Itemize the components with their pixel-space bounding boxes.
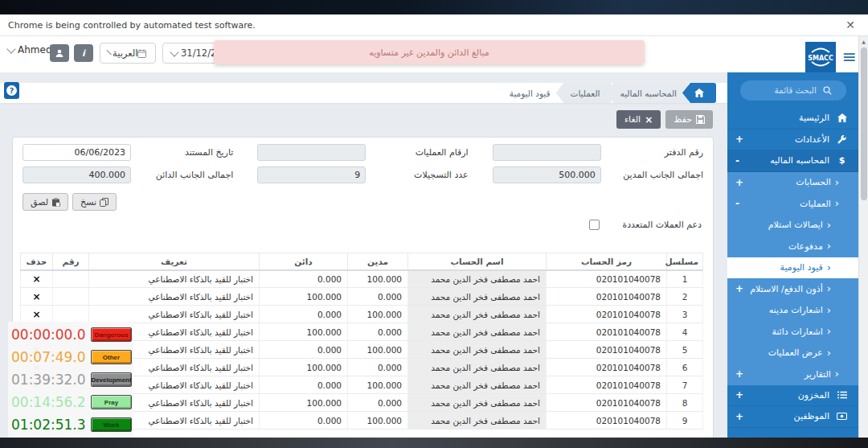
search-icon bbox=[823, 86, 832, 95]
cancel-button[interactable]: × الغاء bbox=[616, 110, 661, 129]
cell-description[interactable]: اختبار للقيد بالذكاء الاصطناعي bbox=[89, 288, 260, 306]
cell-debit[interactable]: 0.000 bbox=[348, 394, 408, 412]
delete-row-icon[interactable]: × bbox=[21, 270, 53, 288]
sidebar-search-box[interactable] bbox=[740, 80, 846, 101]
help-button[interactable]: ? bbox=[4, 82, 19, 99]
sidebar-item-settings[interactable]: الأعدادات + bbox=[727, 129, 858, 151]
records-count-field[interactable] bbox=[257, 166, 366, 183]
cell-account-name[interactable]: احمد مصطفى فخر الدين محمد bbox=[408, 359, 547, 376]
breadcrumb-item-journal-entries[interactable]: قيود اليومية bbox=[495, 83, 562, 103]
timer-category-button[interactable]: Other bbox=[91, 350, 132, 364]
sidebar-item-financial-accounting[interactable]: $ المحاسبه الماليه - bbox=[727, 150, 858, 172]
cell-account-name[interactable]: احمد مصطفى فخر الدين محمد bbox=[408, 341, 547, 359]
cell-account-code[interactable]: 020101040078 bbox=[547, 270, 667, 288]
cell-account-code[interactable]: 020101040078 bbox=[547, 323, 667, 341]
cell-debit[interactable]: 0.000 bbox=[348, 323, 408, 341]
cell-account-name[interactable]: احمد مصطفى فخر الدين محمد bbox=[408, 394, 547, 412]
cell-account-code[interactable]: 020101040078 bbox=[547, 341, 667, 359]
profile-button[interactable] bbox=[50, 44, 69, 62]
expand-plus-icon[interactable]: + bbox=[735, 134, 743, 145]
cell-debit[interactable]: 100.000 bbox=[348, 306, 408, 323]
cell-account-name[interactable]: احمد مصطفى فخر الدين محمد bbox=[408, 412, 547, 430]
debit-total-field[interactable] bbox=[493, 166, 601, 183]
cell-description[interactable]: اختبار للقيد بالذكاء الاصطناعي bbox=[89, 306, 260, 323]
sidebar-item-view-operations[interactable]: ‹ عرض العمليات bbox=[727, 343, 858, 364]
document-date-field[interactable] bbox=[23, 144, 131, 161]
operation-numbers-field[interactable] bbox=[257, 144, 366, 161]
sidebar-item-payment-receipt-permits[interactable]: ‹ أذون الدفع/ الاستلام + bbox=[727, 278, 858, 300]
timer-category-button[interactable]: Development bbox=[91, 372, 132, 387]
cell-account-code[interactable]: 020101040078 bbox=[547, 394, 667, 412]
form-actions: حفظ × الغاء bbox=[616, 110, 713, 129]
cell-debit[interactable]: 0.000 bbox=[348, 288, 408, 306]
scrollbar-thumb[interactable] bbox=[861, 47, 867, 200]
timer-category-button[interactable]: Dangerous bbox=[91, 327, 132, 342]
info-button[interactable]: i bbox=[74, 44, 93, 62]
cell-debit[interactable]: 100.000 bbox=[348, 270, 408, 288]
cell-credit[interactable]: 100.000 bbox=[260, 323, 348, 341]
expand-plus-icon[interactable]: + bbox=[735, 177, 743, 188]
cell-credit[interactable]: 0.000 bbox=[260, 412, 348, 430]
cell-debit[interactable]: 100.000 bbox=[348, 376, 408, 394]
timer-category-button[interactable]: Work bbox=[91, 417, 132, 432]
cell-credit[interactable]: 0.000 bbox=[260, 376, 348, 394]
cell-credit[interactable]: 100.000 bbox=[260, 288, 348, 306]
sidebar-item-payments[interactable]: ‹ مدفوعات bbox=[727, 236, 858, 257]
cell-debit[interactable]: 100.000 bbox=[348, 412, 408, 430]
timer-category-button[interactable]: Pray bbox=[91, 395, 132, 409]
cell-account-name[interactable]: احمد مصطفى فخر الدين محمد bbox=[408, 270, 547, 288]
cell-description[interactable]: اختبار للقيد بالذكاء الاصطناعي bbox=[89, 270, 260, 288]
user-menu[interactable]: Ahmed bbox=[6, 44, 52, 55]
sidebar-item-reports[interactable]: ‹ التقارير + bbox=[727, 364, 858, 385]
breadcrumb-item-financial-accounting[interactable]: المحاسبه الماليه bbox=[606, 83, 688, 103]
column-header: رمز الحساب bbox=[547, 253, 667, 270]
close-icon[interactable]: ✕ bbox=[845, 18, 855, 31]
cell-account-code[interactable]: 020101040078 bbox=[547, 359, 667, 376]
copy-button[interactable]: نسخ bbox=[72, 193, 117, 211]
sidebar-item-receipt-vouchers[interactable]: ‹ ايصالات استلام bbox=[727, 215, 858, 236]
menu-icon[interactable]: ≡ bbox=[842, 47, 857, 68]
expand-plus-icon[interactable]: + bbox=[735, 283, 743, 294]
sidebar-item-employees[interactable]: الموظفين + bbox=[727, 406, 858, 428]
collapse-minus-icon[interactable]: - bbox=[735, 198, 739, 209]
collapse-minus-icon[interactable]: - bbox=[735, 155, 739, 166]
cell-debit[interactable]: 100.000 bbox=[348, 341, 408, 359]
scroll-up-icon[interactable]: ▲ bbox=[859, 36, 868, 44]
expand-plus-icon[interactable]: + bbox=[735, 389, 743, 401]
sidebar-item-home[interactable]: الرئيسية bbox=[727, 108, 858, 129]
cell-account-name[interactable]: احمد مصطفى فخر الدين محمد bbox=[408, 376, 547, 394]
expand-plus-icon[interactable]: + bbox=[735, 411, 743, 422]
delete-row-icon[interactable]: × bbox=[21, 288, 53, 306]
cell-account-code[interactable]: 020101040078 bbox=[547, 376, 667, 394]
cell-account-code[interactable]: 020101040078 bbox=[547, 306, 667, 323]
error-notification-text: مبالغ الدائن والمدين غير متساويه bbox=[369, 47, 489, 58]
sidebar-item-operations[interactable]: ‹ العمليات - bbox=[727, 193, 858, 215]
paste-button[interactable]: لصق bbox=[23, 193, 68, 211]
save-button[interactable]: حفظ bbox=[665, 110, 713, 129]
delete-row-icon[interactable]: × bbox=[21, 306, 53, 323]
cell-credit[interactable]: 100.000 bbox=[260, 359, 348, 376]
credit-total-field[interactable] bbox=[23, 166, 131, 183]
cell-credit[interactable]: 0.000 bbox=[260, 341, 348, 359]
sidebar-item-inventory[interactable]: المخزون + bbox=[727, 385, 858, 407]
language-select[interactable]: العربية bbox=[100, 43, 156, 64]
sidebar-item-accounts[interactable]: ‹ الحسابات + bbox=[727, 172, 858, 194]
cell-account-name[interactable]: احمد مصطفى فخر الدين محمد bbox=[408, 288, 547, 306]
page-scrollbar[interactable]: ▲ bbox=[858, 36, 868, 448]
cell-account-code[interactable]: 020101040078 bbox=[547, 288, 667, 306]
breadcrumb-item-operations[interactable]: العمليات bbox=[556, 83, 612, 103]
cell-account-name[interactable]: احمد مصطفى فخر الدين محمد bbox=[408, 323, 547, 341]
cell-credit[interactable]: 0.000 bbox=[260, 306, 348, 323]
cell-account-name[interactable]: احمد مصطفى فخر الدين محمد bbox=[408, 306, 547, 323]
search-input[interactable] bbox=[754, 84, 818, 96]
cell-debit[interactable]: 0.000 bbox=[348, 359, 408, 376]
sidebar-item-debit-notes[interactable]: ‹ اشعارات مدينه bbox=[727, 300, 858, 322]
sidebar-item-journal-entries[interactable]: ‹ قيود اليومية bbox=[727, 257, 858, 279]
expand-plus-icon[interactable]: + bbox=[735, 368, 743, 380]
cell-credit[interactable]: 100.000 bbox=[260, 394, 348, 412]
sidebar-item-credit-notes[interactable]: ‹ اشعارات دائنة bbox=[727, 321, 858, 343]
book-number-field[interactable] bbox=[493, 144, 601, 161]
cell-account-code[interactable]: 020101040078 bbox=[547, 412, 667, 430]
multicurrency-checkbox[interactable] bbox=[589, 220, 600, 230]
cell-credit[interactable]: 0.000 bbox=[260, 270, 348, 288]
